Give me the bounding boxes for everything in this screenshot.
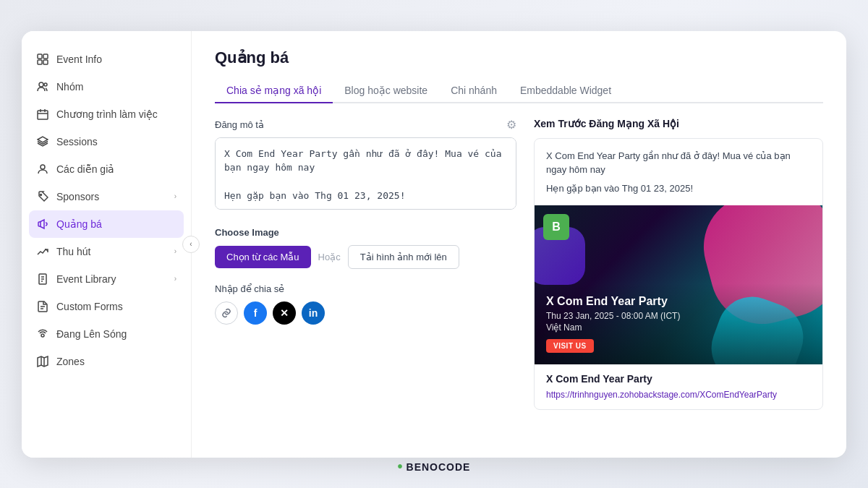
- description-textarea[interactable]: [215, 137, 516, 210]
- sidebar-label-sponsors: Sponsors: [56, 191, 99, 202]
- layers-icon: [36, 135, 49, 148]
- preview-event-name: X Com End Year Party: [546, 373, 811, 385]
- sidebar-label-sessions: Sessions: [56, 136, 98, 147]
- svg-rect-6: [38, 111, 48, 119]
- tag-icon: [36, 190, 49, 203]
- sidebar-item-sessions[interactable]: Sessions: [22, 128, 191, 155]
- calendar-icon: [36, 108, 49, 121]
- svg-point-7: [41, 165, 45, 169]
- user-icon: [36, 163, 49, 176]
- description-section: Đăng mô tả ⚙: [215, 118, 516, 213]
- main-content: Quảng bá Chia sẻ mạng xã hội Blog hoặc w…: [192, 31, 846, 458]
- sidebar-item-sponsors[interactable]: Sponsors ›: [22, 183, 191, 210]
- tab-bar: Chia sẻ mạng xã hội Blog hoặc website Ch…: [215, 79, 823, 103]
- share-label: Nhập để chia sẻ: [215, 283, 516, 294]
- preview-title: Xem Trước Đăng Mạng Xã Hội: [534, 118, 823, 129]
- sidebar-label-nhom: Nhóm: [56, 81, 83, 93]
- sidebar-item-event-info[interactable]: Event Info: [22, 46, 191, 73]
- app-container: ‹ Event Info Nhóm: [22, 31, 846, 458]
- sidebar-item-event-library[interactable]: Event Library ›: [22, 265, 191, 293]
- svg-point-4: [39, 82, 43, 87]
- sidebar-item-zones[interactable]: Zones: [22, 348, 191, 375]
- preview-text-block: X Com End Year Party gần như đã ở đây! M…: [535, 139, 822, 206]
- users-icon: [36, 80, 49, 93]
- sidebar-item-cac-dien-gia[interactable]: Các diễn giả: [22, 155, 191, 183]
- sidebar-label-cac-dien-gia: Các diễn giả: [56, 163, 114, 175]
- chevron-icon-event-library: ›: [174, 275, 176, 283]
- map-icon: [36, 355, 49, 368]
- preview-event-link[interactable]: https://trinhnguyen.zohobackstage.com/XC…: [546, 390, 777, 400]
- sidebar: ‹ Event Info Nhóm: [22, 31, 192, 458]
- svg-rect-2: [38, 60, 42, 64]
- share-link-icon[interactable]: [215, 301, 238, 325]
- content-body: Đăng mô tả ⚙ Choose Image Chọn từ các Mẫ…: [192, 103, 846, 458]
- preview-card: X Com End Year Party gần như đã ở đây! M…: [534, 138, 823, 411]
- page-title: Quảng bá: [215, 48, 823, 67]
- event-location: Việt Nam: [546, 322, 811, 333]
- sidebar-label-thu-hut: Thu hút: [56, 246, 90, 257]
- sidebar-item-thu-hut[interactable]: Thu hút ›: [22, 238, 191, 265]
- preview-line1: X Com End Year Party gần như đã ở đây! M…: [546, 149, 811, 177]
- sidebar-item-chuong-trinh[interactable]: Chương trình làm việc: [22, 100, 191, 128]
- preview-footer: X Com End Year Party https://trinhnguyen…: [535, 364, 822, 409]
- tab-widget[interactable]: Embeddable Widget: [509, 79, 623, 102]
- svg-rect-3: [43, 60, 48, 64]
- sidebar-label-chuong-trinh: Chương trình làm việc: [56, 108, 158, 120]
- brand-name: BENOCODE: [407, 461, 471, 473]
- visit-us-button[interactable]: VISIT US: [546, 339, 594, 353]
- upload-image-button[interactable]: Tải hình ảnh mới lên: [348, 245, 459, 269]
- svg-point-9: [41, 334, 44, 337]
- sidebar-label-quang-ba: Quảng bá: [56, 218, 102, 230]
- description-label-text: Đăng mô tả: [215, 119, 264, 130]
- svg-marker-10: [38, 356, 48, 367]
- tab-blog[interactable]: Blog hoặc website: [333, 79, 439, 102]
- svg-rect-0: [38, 54, 42, 59]
- sidebar-item-quang-ba[interactable]: Quảng bá: [29, 210, 184, 238]
- bottom-branding: • BENOCODE: [398, 458, 471, 475]
- chevron-icon-sponsors: ›: [174, 192, 176, 200]
- facebook-icon[interactable]: f: [244, 301, 267, 325]
- book-icon: [36, 273, 49, 286]
- share-icons-row: f ✕ in: [215, 301, 516, 325]
- event-image-container: B X Com End Year Party Thu 23 Jan, 2025 …: [535, 205, 822, 364]
- megaphone-icon: [36, 218, 49, 231]
- left-panel: Đăng mô tả ⚙ Choose Image Chọn từ các Mẫ…: [215, 118, 516, 443]
- sidebar-collapse-button[interactable]: ‹: [182, 236, 200, 253]
- image-section: Choose Image Chọn từ các Mẫu Hoặc Tải hì…: [215, 227, 516, 269]
- share-section: Nhập để chia sẻ f ✕ in: [215, 283, 516, 325]
- sidebar-item-custom-forms[interactable]: Custom Forms: [22, 293, 191, 320]
- tab-chi-nhanh[interactable]: Chi nhánh: [439, 79, 509, 102]
- sidebar-label-custom-forms: Custom Forms: [56, 301, 123, 312]
- chevron-icon-thu-hut: ›: [174, 247, 176, 255]
- trending-icon: [36, 245, 49, 258]
- sidebar-label-zones: Zones: [56, 356, 85, 367]
- choose-template-button[interactable]: Chọn từ các Mẫu: [215, 246, 311, 268]
- event-name: X Com End Year Party: [546, 295, 811, 308]
- preview-line2: Hẹn gặp bạn vào Thg 01 23, 2025!: [546, 181, 811, 196]
- event-image-background: B X Com End Year Party Thu 23 Jan, 2025 …: [535, 205, 822, 364]
- tab-social[interactable]: Chia sẻ mạng xã hội: [215, 79, 333, 102]
- right-panel: Xem Trước Đăng Mạng Xã Hội X Com End Yea…: [534, 118, 823, 443]
- or-text: Hoặc: [318, 252, 341, 262]
- sidebar-label-event-info: Event Info: [56, 53, 102, 65]
- svg-point-5: [44, 83, 47, 86]
- svg-rect-1: [43, 54, 48, 59]
- linkedin-icon[interactable]: in: [302, 301, 325, 325]
- brand-dot: •: [398, 458, 404, 475]
- choose-image-label: Choose Image: [215, 227, 516, 238]
- sidebar-label-event-library: Event Library: [56, 273, 116, 285]
- image-controls: Chọn từ các Mẫu Hoặc Tải hình ảnh mới lê…: [215, 245, 516, 269]
- description-label-row: Đăng mô tả ⚙: [215, 118, 516, 132]
- svg-point-8: [41, 194, 42, 195]
- event-overlay: X Com End Year Party Thu 23 Jan, 2025 - …: [535, 283, 822, 364]
- settings-icon[interactable]: ⚙: [506, 118, 516, 132]
- sidebar-item-nhom[interactable]: Nhóm: [22, 73, 191, 100]
- radio-icon: [36, 328, 49, 341]
- sidebar-item-dang-len-song[interactable]: Đang Lên Sóng: [22, 320, 191, 348]
- event-logo: B: [543, 214, 569, 240]
- x-twitter-icon[interactable]: ✕: [273, 301, 296, 325]
- file-icon: [36, 300, 49, 313]
- grid-icon: [36, 53, 49, 66]
- sidebar-label-dang-len-song: Đang Lên Sóng: [56, 328, 127, 340]
- page-header: Quảng bá Chia sẻ mạng xã hội Blog hoặc w…: [192, 31, 846, 103]
